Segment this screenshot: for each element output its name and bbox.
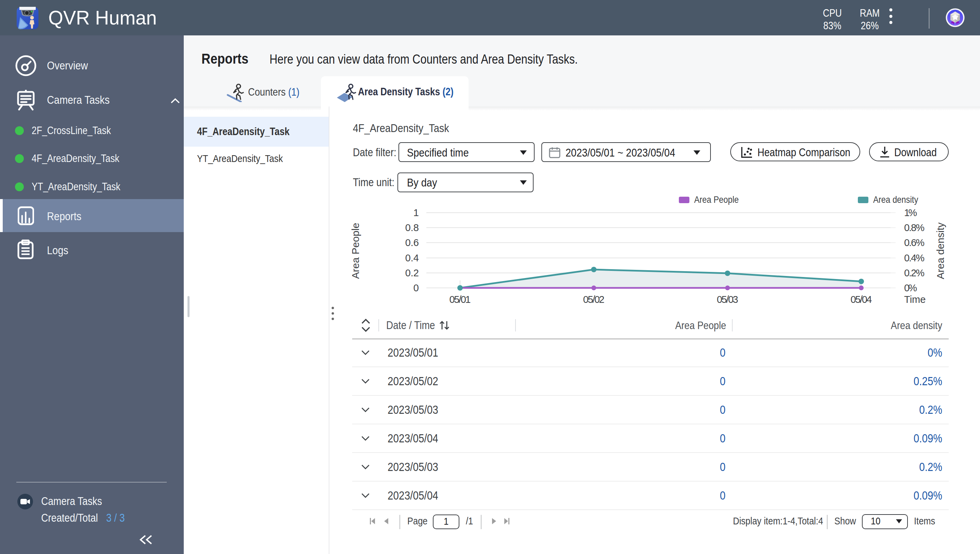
svg-text:0.2%: 0.2% — [904, 267, 924, 279]
svg-text:05/04: 05/04 — [851, 294, 872, 305]
svg-text:0.2: 0.2 — [405, 267, 419, 279]
svg-text:05/01: 05/01 — [450, 294, 471, 305]
svg-text:05/03: 05/03 — [717, 294, 738, 305]
svg-text:0.8%: 0.8% — [904, 222, 924, 233]
svg-text:Time: Time — [904, 294, 926, 305]
svg-text:Area People: Area People — [350, 223, 361, 279]
svg-text:05/02: 05/02 — [583, 294, 605, 305]
svg-text:0%: 0% — [904, 282, 917, 293]
svg-text:0.6: 0.6 — [405, 237, 419, 248]
svg-text:1: 1 — [414, 207, 419, 218]
svg-text:0: 0 — [414, 282, 419, 293]
svg-text:0.6%: 0.6% — [904, 237, 924, 248]
svg-text:0.4: 0.4 — [405, 253, 419, 263]
svg-text:Area density: Area density — [935, 223, 946, 279]
svg-text:0.4%: 0.4% — [904, 253, 924, 263]
svg-text:0.8: 0.8 — [405, 222, 419, 233]
svg-text:1%: 1% — [904, 207, 917, 218]
